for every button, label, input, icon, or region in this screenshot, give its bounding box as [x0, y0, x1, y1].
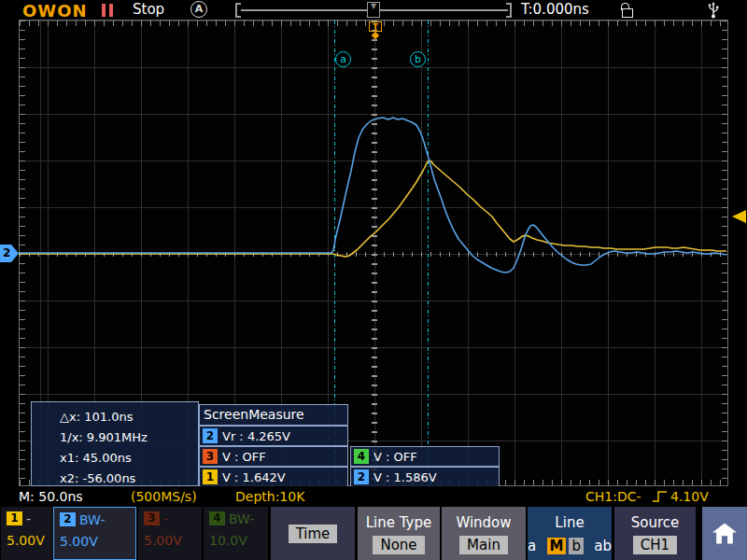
line-type-menu-cell: Line Type None	[358, 507, 440, 560]
memory-position-marker[interactable]: ▼	[367, 2, 380, 18]
status-bar: M: 50.0ns (500MS/s) Depth:10K CH1:DC- 4.…	[0, 486, 747, 507]
measure-value: V : 1.586V	[374, 470, 437, 484]
source-menu-cell: Source CH1	[614, 507, 696, 560]
line-menu-cell: Line a Mb ab	[528, 507, 612, 560]
memory-depth-label: Depth:10K	[235, 489, 304, 504]
ch1-badge: 1	[203, 469, 218, 484]
rising-edge-icon	[652, 490, 669, 504]
ch2-scale: 5.00V	[60, 534, 135, 549]
measure-row: 2 V : 1.586V	[350, 467, 500, 487]
line-option-ab[interactable]: ab	[594, 538, 612, 554]
window-menu-cell: Window Main	[442, 507, 526, 560]
ch2-coupling: BW-	[79, 512, 105, 527]
x1-value: x1: 45.00ns	[32, 448, 198, 469]
ch2-badge: 2	[354, 469, 369, 484]
cursor-a-label: a	[335, 51, 351, 67]
center-horizontal-ruler	[20, 252, 727, 257]
line-option-a[interactable]: a	[528, 538, 536, 554]
channel4-button[interactable]: 4 BW- 10.0V	[204, 507, 268, 560]
line-type-label: Line Type	[358, 514, 440, 531]
line-option-b[interactable]: b	[569, 538, 584, 554]
cursor-b-line[interactable]	[428, 21, 429, 485]
trigger-time-label: T:0.000ns	[521, 1, 589, 18]
home-button[interactable]	[702, 507, 747, 560]
ch2-zero-level-marker[interactable]: 2	[0, 245, 19, 262]
ch3-coupling: -	[163, 511, 168, 526]
owon-logo: OWON	[22, 1, 88, 21]
trigger-position-marker[interactable]: T	[369, 21, 382, 32]
ch4-coupling: BW-	[229, 511, 254, 526]
run-state-label: Stop	[133, 1, 164, 18]
timebase-label: M: 50.0ns	[19, 489, 83, 504]
ch1-badge: 1	[7, 511, 22, 525]
memory-window-right-bracket	[506, 3, 512, 18]
measure-value: Vr : 4.265V	[222, 429, 290, 443]
window-value-button[interactable]: Main	[459, 536, 508, 554]
home-icon	[712, 524, 737, 544]
oscilloscope-screen: OWON Stop A ▼ T:0.000ns a b T	[0, 0, 747, 560]
channel1-button[interactable]: 1 - 5.00V	[1, 507, 52, 560]
pause-icon	[102, 4, 115, 17]
cursor-readout-panel: △x: 101.0ns 1/x: 9.901MHz x1: 45.00ns x2…	[31, 401, 199, 486]
inverse-delta-x-value: 1/x: 9.901MHz	[32, 427, 198, 448]
ch1-scale: 5.00V	[7, 533, 52, 548]
top-bar: OWON Stop A ▼ T:0.000ns	[0, 0, 747, 20]
measure-row: 3 V : OFF	[199, 446, 348, 467]
screen-measure-title: ScreenMeasure	[199, 404, 348, 426]
ch2-badge: 2	[60, 512, 76, 526]
ch4-badge: 4	[354, 449, 369, 464]
bottom-menu: 1 - 5.00V 2 BW- 5.00V 3 - 5.00V 4 BW- 10…	[0, 507, 747, 560]
line-label: Line	[528, 514, 612, 531]
trigger-source-label: CH1:DC-	[585, 489, 641, 504]
time-button[interactable]: Time	[289, 525, 338, 543]
trigger-level-label: 4.10V	[670, 489, 709, 504]
window-label: Window	[442, 514, 526, 531]
usb-icon	[707, 2, 720, 19]
channel3-button[interactable]: 3 - 5.00V	[138, 507, 202, 560]
ch2-badge: 2	[203, 428, 218, 443]
measure-row: 2 Vr : 4.265V	[199, 426, 348, 446]
ch3-badge: 3	[203, 449, 218, 464]
measure-row: 4 V : OFF	[350, 446, 500, 467]
channel2-button-selected[interactable]: 2 BW- 5.00V	[53, 507, 136, 560]
unlock-icon	[621, 3, 634, 18]
ch1-coupling: -	[26, 511, 31, 526]
ch3-badge: 3	[144, 511, 160, 525]
measure-row: 1 V : 1.642V	[199, 467, 348, 487]
measure-value: V : OFF	[374, 450, 417, 464]
ch4-scale: 10.0V	[209, 533, 268, 548]
trigger-level-arrow[interactable]	[732, 210, 746, 223]
auto-trigger-icon: A	[190, 1, 207, 18]
line-option-m-selected[interactable]: M	[547, 538, 567, 554]
ch3-scale: 5.00V	[144, 533, 202, 548]
ch4-badge: 4	[209, 511, 225, 525]
source-value-button[interactable]: CH1	[633, 536, 677, 554]
time-menu-cell: Time	[271, 507, 355, 560]
delta-x-value: △x: 101.0ns	[32, 402, 198, 427]
sample-rate-label: (500MS/s)	[131, 489, 197, 504]
measure-value: V : OFF	[222, 450, 266, 464]
source-label: Source	[614, 514, 696, 531]
line-type-value-button[interactable]: None	[373, 536, 424, 554]
measure-value: V : 1.642V	[222, 470, 286, 484]
cursor-b-label: b	[410, 51, 426, 67]
